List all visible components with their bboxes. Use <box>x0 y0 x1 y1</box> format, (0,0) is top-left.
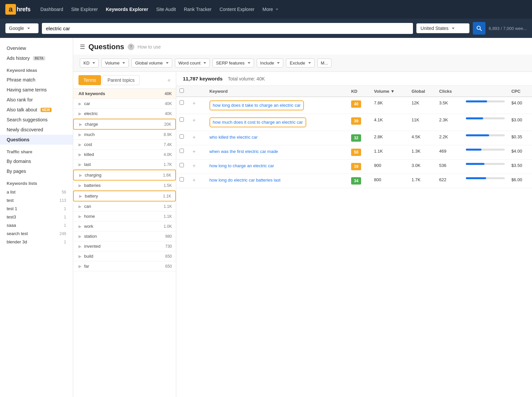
cell-clicks: 536 <box>436 160 463 174</box>
table-header-kd[interactable]: KD <box>348 86 371 97</box>
table-header-clicks[interactable]: Clicks <box>436 86 463 97</box>
nav-content-explorer[interactable]: Content Explorer <box>216 4 258 15</box>
nav-dashboard[interactable]: Dashboard <box>37 4 67 15</box>
nav-site-audit[interactable]: Site Audit <box>153 4 179 15</box>
sidebar-item-search-suggestions[interactable]: Search suggestions <box>0 115 73 125</box>
kw-term-invented[interactable]: ▶ invented 730 <box>73 241 176 251</box>
kw-term-electric[interactable]: ▶ electric 40K <box>73 109 176 119</box>
kw-term-batteries[interactable]: ▶ batteries 1.5K <box>73 181 176 191</box>
kw-term-build[interactable]: ▶ build 650 <box>73 251 176 261</box>
hamburger-icon[interactable]: ☰ <box>80 43 85 51</box>
filter-global-volume[interactable]: Global volume <box>131 59 172 67</box>
filter-more[interactable]: M... <box>317 59 332 67</box>
nav-keywords-explorer[interactable]: Keywords Explorer <box>102 4 152 15</box>
table-header-volume[interactable]: Volume ▼ <box>371 86 408 97</box>
add-keyword-button[interactable]: + <box>191 177 198 183</box>
expand-arrow-icon: ▶ <box>78 132 81 137</box>
country-select[interactable]: United States <box>416 23 469 33</box>
add-keyword-button[interactable]: + <box>191 163 198 169</box>
nav-rank-tracker[interactable]: Rank Tracker <box>181 4 215 15</box>
collapse-icon[interactable]: « <box>168 77 171 83</box>
help-icon[interactable]: ? <box>128 44 134 50</box>
sidebar-item-ads-history[interactable]: Ads history BETA <box>0 53 73 63</box>
sidebar-item-newly-discovered[interactable]: Newly discovered <box>0 125 73 135</box>
tab-parent-topics[interactable]: Parent topics <box>102 75 140 85</box>
kw-term-killed[interactable]: ▶ killed 4.0K <box>73 150 176 160</box>
cell-cpc: $3.50 <box>508 160 532 174</box>
table-header-cpc[interactable]: CPC <box>508 86 532 97</box>
sidebar-item-by-domains[interactable]: By domains <box>0 156 73 166</box>
kw-term-work[interactable]: ▶ work 1.0K <box>73 221 176 231</box>
kw-term-all-keywords[interactable]: All keywords 40K <box>73 89 176 99</box>
table-row: + how long does it take to charge an ele… <box>176 97 532 114</box>
search-input[interactable] <box>42 23 413 34</box>
cell-bar <box>463 160 508 174</box>
row-checkbox-5[interactable] <box>180 177 184 182</box>
sidebar-item-also-rank[interactable]: Also rank for <box>0 95 73 105</box>
expand-arrow-icon: ▶ <box>78 111 81 116</box>
kw-term-charge[interactable]: ▶ charge 20K <box>73 119 176 130</box>
kw-term-last[interactable]: ▶ last 1.7K <box>73 160 176 170</box>
row-checkbox-4[interactable] <box>180 163 184 167</box>
row-checkbox-3[interactable] <box>180 149 184 153</box>
kw-term-battery[interactable]: ▶ battery 1.1K <box>73 191 176 201</box>
kw-term-home[interactable]: ▶ home 1.1K <box>73 211 176 221</box>
row-checkbox-0[interactable] <box>180 100 184 105</box>
bar-fill <box>466 177 486 179</box>
list-item-saaa[interactable]: saaa 1 <box>0 221 73 229</box>
nav-site-explorer[interactable]: Site Explorer <box>68 4 101 15</box>
cell-keyword: when was the first electric car made <box>206 145 348 160</box>
sidebar-item-questions[interactable]: Questions <box>0 135 73 145</box>
keyword-link[interactable]: who killed the electric car <box>209 134 345 140</box>
kw-term-much[interactable]: ▶ much 8.9K <box>73 130 176 140</box>
kw-term-far[interactable]: ▶ far 650 <box>73 261 176 271</box>
keyword-link[interactable]: how long do electric car batteries last <box>209 177 345 183</box>
cell-kd: 32 <box>348 131 371 145</box>
list-item-test1[interactable]: test 1 1 <box>0 204 73 213</box>
list-item-test[interactable]: test 113 <box>0 196 73 204</box>
filter-volume[interactable]: Volume <box>101 59 129 67</box>
kw-term-charging[interactable]: ▶ charging 1.6K <box>73 170 176 181</box>
select-all-checkbox[interactable] <box>180 88 184 93</box>
tab-terms[interactable]: Terms <box>78 75 101 85</box>
top-navigation: a hrefs Dashboard Site Explorer Keywords… <box>0 0 532 19</box>
kw-term-car[interactable]: ▶ car 40K <box>73 99 176 109</box>
filter-kd[interactable]: KD <box>80 59 99 67</box>
kw-term-cost[interactable]: ▶ cost 7.4K <box>73 140 176 150</box>
filter-exclude[interactable]: Exclude <box>286 59 314 67</box>
sidebar-item-phrase-match[interactable]: Phrase match <box>0 75 73 85</box>
engine-select[interactable]: Google <box>5 23 39 33</box>
keyword-link[interactable]: how much does it cost to charge an elect… <box>213 119 303 125</box>
expand-arrow-icon: ▶ <box>78 224 81 229</box>
table-header-checkbox <box>176 86 187 97</box>
list-item-search-test[interactable]: search test 249 <box>0 229 73 238</box>
add-keyword-button[interactable]: + <box>191 149 198 154</box>
nav-more[interactable]: More <box>259 4 282 15</box>
sidebar-item-overview[interactable]: Overview <box>0 43 73 53</box>
keyword-link[interactable]: how long to charge an electric car <box>209 163 345 169</box>
list-item-test3[interactable]: test3 1 <box>0 213 73 221</box>
sidebar-item-also-talk[interactable]: Also talk about NEW <box>0 105 73 115</box>
search-button[interactable] <box>473 22 485 35</box>
row-checkbox-2[interactable] <box>180 134 184 139</box>
cell-bar <box>463 97 508 114</box>
list-item-blender-3d[interactable]: blender 3d 1 <box>0 238 73 246</box>
list-item-a-list[interactable]: a list 56 <box>0 188 73 196</box>
table-header-global[interactable]: Global <box>408 86 436 97</box>
add-keyword-button[interactable]: + <box>191 134 198 140</box>
logo[interactable]: a hrefs <box>5 4 31 15</box>
row-checkbox-1[interactable] <box>180 117 184 122</box>
keyword-link[interactable]: how long does it take to charge an elect… <box>213 102 301 108</box>
add-keyword-button[interactable]: + <box>191 100 198 106</box>
expand-arrow-icon: ▶ <box>78 183 81 188</box>
kw-term-can[interactable]: ▶ can 1.1K <box>73 201 176 211</box>
filter-include[interactable]: Include <box>257 59 284 67</box>
how-to-use-link[interactable]: How to use <box>138 44 161 50</box>
keyword-link[interactable]: when was the first electric car made <box>209 149 345 155</box>
sidebar-item-by-pages[interactable]: By pages <box>0 166 73 176</box>
sidebar-item-same-terms[interactable]: Having same terms <box>0 85 73 95</box>
kw-term-station[interactable]: ▶ station 980 <box>73 231 176 241</box>
add-keyword-button[interactable]: + <box>191 117 198 123</box>
filter-serp-features[interactable]: SERP features <box>212 59 254 67</box>
filter-word-count[interactable]: Word count <box>175 59 210 67</box>
